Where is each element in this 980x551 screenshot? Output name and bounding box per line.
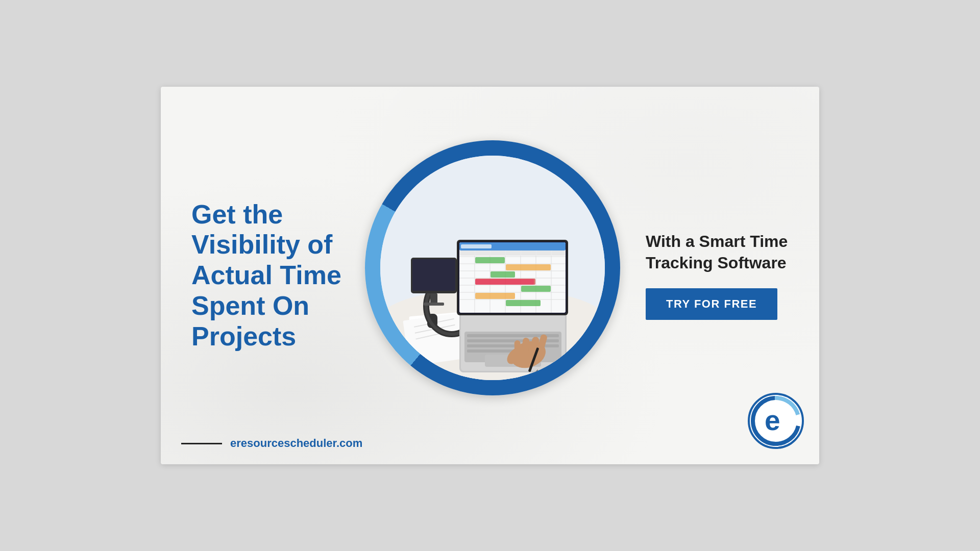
svg-rect-45 bbox=[475, 257, 505, 263]
svg-rect-44 bbox=[552, 251, 565, 256]
svg-rect-51 bbox=[506, 300, 541, 306]
headline-line2: Visibility of bbox=[191, 230, 332, 259]
svg-rect-41 bbox=[506, 251, 521, 256]
headline-line4: Spent On bbox=[191, 291, 309, 320]
svg-rect-40 bbox=[491, 251, 505, 256]
try-for-free-button[interactable]: TRY FOR FREE bbox=[646, 288, 777, 320]
circle-outer-ring bbox=[365, 140, 620, 395]
svg-rect-52 bbox=[475, 279, 534, 285]
svg-rect-24 bbox=[461, 244, 492, 248]
svg-rect-49 bbox=[521, 286, 551, 292]
svg-rect-47 bbox=[491, 271, 515, 278]
svg-rect-46 bbox=[506, 264, 551, 270]
svg-rect-56 bbox=[424, 303, 444, 306]
headline-line5: Projects bbox=[191, 321, 296, 351]
website-url: eresourcescheduler.com bbox=[230, 437, 362, 450]
right-subtitle: With a Smart Time Tracking Software bbox=[646, 231, 788, 273]
svg-rect-50 bbox=[475, 293, 515, 299]
desk-illustration bbox=[380, 156, 605, 380]
svg-rect-54 bbox=[412, 259, 455, 291]
headline: Get the Visibility of Actual Time Spent … bbox=[191, 199, 355, 352]
logo-svg: e bbox=[750, 395, 801, 446]
svg-rect-38 bbox=[460, 251, 475, 256]
subtitle-line1: With a Smart Time bbox=[646, 232, 788, 251]
svg-rect-43 bbox=[536, 251, 551, 256]
headline-line1: Get the bbox=[191, 199, 283, 229]
banner: Get the Visibility of Actual Time Spent … bbox=[161, 87, 819, 464]
url-line-decoration bbox=[181, 443, 222, 444]
url-bar: eresourcescheduler.com bbox=[181, 437, 362, 450]
svg-rect-42 bbox=[521, 251, 536, 256]
svg-rect-55 bbox=[430, 293, 437, 304]
headline-line3: Actual Time bbox=[191, 260, 341, 290]
subtitle-line2: Tracking Software bbox=[646, 254, 787, 272]
circle-inner bbox=[380, 156, 605, 380]
svg-rect-39 bbox=[475, 251, 490, 256]
left-section: Get the Visibility of Actual Time Spent … bbox=[161, 199, 365, 352]
svg-text:e: e bbox=[765, 405, 780, 436]
right-section: With a Smart Time Tracking Software TRY … bbox=[620, 231, 819, 319]
center-image-section bbox=[365, 140, 620, 395]
brand-logo: e bbox=[748, 393, 804, 449]
